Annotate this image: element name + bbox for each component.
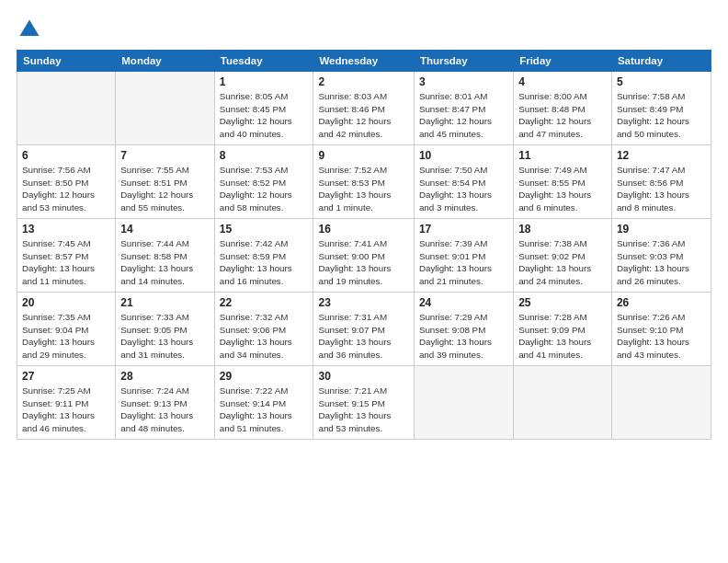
day-detail: Sunrise: 7:33 AM Sunset: 9:05 PM Dayligh… <box>120 311 209 362</box>
day-number: 2 <box>318 75 408 88</box>
day-number: 10 <box>419 149 508 162</box>
cal-cell: 10Sunrise: 7:50 AM Sunset: 8:54 PM Dayli… <box>414 145 513 219</box>
day-detail: Sunrise: 7:45 AM Sunset: 8:57 PM Dayligh… <box>22 237 110 288</box>
cal-cell <box>116 72 214 145</box>
day-number: 22 <box>220 296 309 309</box>
day-detail: Sunrise: 7:32 AM Sunset: 9:06 PM Dayligh… <box>220 311 309 362</box>
cal-cell: 14Sunrise: 7:44 AM Sunset: 8:58 PM Dayli… <box>116 219 214 293</box>
cal-cell: 12Sunrise: 7:47 AM Sunset: 8:56 PM Dayli… <box>611 145 711 219</box>
day-number: 21 <box>120 296 209 309</box>
weekday-header-saturday: Saturday <box>611 51 711 72</box>
cal-cell: 24Sunrise: 7:29 AM Sunset: 9:08 PM Dayli… <box>414 293 513 366</box>
cal-cell: 28Sunrise: 7:24 AM Sunset: 9:13 PM Dayli… <box>116 366 214 440</box>
day-detail: Sunrise: 7:28 AM Sunset: 9:09 PM Dayligh… <box>518 311 607 362</box>
cal-cell: 21Sunrise: 7:33 AM Sunset: 9:05 PM Dayli… <box>116 293 214 366</box>
weekday-header-friday: Friday <box>514 51 612 72</box>
weekday-header-row: SundayMondayTuesdayWednesdayThursdayFrid… <box>17 51 711 72</box>
week-row-1: 1Sunrise: 8:05 AM Sunset: 8:45 PM Daylig… <box>17 72 711 145</box>
calendar-table: SundayMondayTuesdayWednesdayThursdayFrid… <box>17 50 711 440</box>
cal-cell: 25Sunrise: 7:28 AM Sunset: 9:09 PM Dayli… <box>514 293 612 366</box>
day-number: 19 <box>617 223 706 236</box>
weekday-header-wednesday: Wednesday <box>313 51 414 72</box>
day-detail: Sunrise: 7:38 AM Sunset: 9:02 PM Dayligh… <box>518 237 607 288</box>
day-number: 1 <box>220 75 309 88</box>
cal-cell: 4Sunrise: 8:00 AM Sunset: 8:48 PM Daylig… <box>514 72 612 145</box>
day-detail: Sunrise: 7:22 AM Sunset: 9:14 PM Dayligh… <box>220 385 309 435</box>
day-detail: Sunrise: 8:05 AM Sunset: 8:45 PM Dayligh… <box>220 90 309 141</box>
day-detail: Sunrise: 7:21 AM Sunset: 9:15 PM Dayligh… <box>318 385 408 435</box>
cal-cell: 29Sunrise: 7:22 AM Sunset: 9:14 PM Dayli… <box>214 366 313 440</box>
day-detail: Sunrise: 7:52 AM Sunset: 8:53 PM Dayligh… <box>318 164 408 214</box>
cal-cell: 11Sunrise: 7:49 AM Sunset: 8:55 PM Dayli… <box>514 145 612 219</box>
cal-cell: 27Sunrise: 7:25 AM Sunset: 9:11 PM Dayli… <box>17 366 116 440</box>
day-number: 5 <box>617 75 706 88</box>
day-number: 6 <box>22 149 110 162</box>
cal-cell: 22Sunrise: 7:32 AM Sunset: 9:06 PM Dayli… <box>214 293 313 366</box>
day-number: 27 <box>22 370 110 383</box>
day-number: 13 <box>22 223 110 236</box>
day-detail: Sunrise: 7:53 AM Sunset: 8:52 PM Dayligh… <box>220 164 309 214</box>
cal-cell: 3Sunrise: 8:01 AM Sunset: 8:47 PM Daylig… <box>414 72 513 145</box>
day-detail: Sunrise: 7:26 AM Sunset: 9:10 PM Dayligh… <box>617 311 706 362</box>
day-number: 12 <box>617 149 706 162</box>
day-number: 8 <box>220 149 309 162</box>
day-detail: Sunrise: 7:56 AM Sunset: 8:50 PM Dayligh… <box>22 164 110 214</box>
day-detail: Sunrise: 7:24 AM Sunset: 9:13 PM Dayligh… <box>120 385 209 435</box>
day-number: 28 <box>120 370 209 383</box>
cal-cell <box>514 366 612 440</box>
cal-cell: 6Sunrise: 7:56 AM Sunset: 8:50 PM Daylig… <box>17 145 116 219</box>
day-number: 30 <box>318 370 408 383</box>
cal-cell: 13Sunrise: 7:45 AM Sunset: 8:57 PM Dayli… <box>17 219 116 293</box>
day-detail: Sunrise: 7:35 AM Sunset: 9:04 PM Dayligh… <box>22 311 110 362</box>
cal-cell: 16Sunrise: 7:41 AM Sunset: 9:00 PM Dayli… <box>313 219 414 293</box>
day-number: 4 <box>518 75 607 88</box>
week-row-3: 13Sunrise: 7:45 AM Sunset: 8:57 PM Dayli… <box>17 219 711 293</box>
week-row-4: 20Sunrise: 7:35 AM Sunset: 9:04 PM Dayli… <box>17 293 711 366</box>
day-detail: Sunrise: 7:47 AM Sunset: 8:56 PM Dayligh… <box>617 164 706 214</box>
day-number: 25 <box>518 296 607 309</box>
cal-cell: 2Sunrise: 8:03 AM Sunset: 8:46 PM Daylig… <box>313 72 414 145</box>
cal-cell: 1Sunrise: 8:05 AM Sunset: 8:45 PM Daylig… <box>214 72 313 145</box>
cal-cell: 9Sunrise: 7:52 AM Sunset: 8:53 PM Daylig… <box>313 145 414 219</box>
weekday-header-thursday: Thursday <box>414 51 513 72</box>
day-number: 29 <box>220 370 309 383</box>
weekday-header-sunday: Sunday <box>17 51 116 72</box>
week-row-2: 6Sunrise: 7:56 AM Sunset: 8:50 PM Daylig… <box>17 145 711 219</box>
day-number: 18 <box>518 223 607 236</box>
cal-cell <box>17 72 116 145</box>
day-detail: Sunrise: 7:58 AM Sunset: 8:49 PM Dayligh… <box>617 90 706 141</box>
day-number: 23 <box>318 296 408 309</box>
cal-cell: 19Sunrise: 7:36 AM Sunset: 9:03 PM Dayli… <box>611 219 711 293</box>
day-number: 11 <box>518 149 607 162</box>
weekday-header-monday: Monday <box>116 51 214 72</box>
day-detail: Sunrise: 7:41 AM Sunset: 9:00 PM Dayligh… <box>318 237 408 288</box>
svg-rect-1 <box>26 29 33 36</box>
cal-cell: 8Sunrise: 7:53 AM Sunset: 8:52 PM Daylig… <box>214 145 313 219</box>
day-number: 24 <box>419 296 508 309</box>
day-detail: Sunrise: 7:25 AM Sunset: 9:11 PM Dayligh… <box>22 385 110 435</box>
day-number: 26 <box>617 296 706 309</box>
page: SundayMondayTuesdayWednesdayThursdayFrid… <box>0 0 728 563</box>
day-detail: Sunrise: 8:01 AM Sunset: 8:47 PM Dayligh… <box>419 90 508 141</box>
cal-cell: 26Sunrise: 7:26 AM Sunset: 9:10 PM Dayli… <box>611 293 711 366</box>
week-row-5: 27Sunrise: 7:25 AM Sunset: 9:11 PM Dayli… <box>17 366 711 440</box>
cal-cell: 18Sunrise: 7:38 AM Sunset: 9:02 PM Dayli… <box>514 219 612 293</box>
day-detail: Sunrise: 7:55 AM Sunset: 8:51 PM Dayligh… <box>120 164 209 214</box>
day-detail: Sunrise: 7:50 AM Sunset: 8:54 PM Dayligh… <box>419 164 508 214</box>
day-number: 16 <box>318 223 408 236</box>
day-detail: Sunrise: 7:31 AM Sunset: 9:07 PM Dayligh… <box>318 311 408 362</box>
logo <box>17 17 46 42</box>
cal-cell: 7Sunrise: 7:55 AM Sunset: 8:51 PM Daylig… <box>116 145 214 219</box>
cal-cell: 5Sunrise: 7:58 AM Sunset: 8:49 PM Daylig… <box>611 72 711 145</box>
cal-cell <box>414 366 513 440</box>
day-number: 15 <box>220 223 309 236</box>
cal-cell: 23Sunrise: 7:31 AM Sunset: 9:07 PM Dayli… <box>313 293 414 366</box>
day-number: 20 <box>22 296 110 309</box>
cal-cell: 15Sunrise: 7:42 AM Sunset: 8:59 PM Dayli… <box>214 219 313 293</box>
day-detail: Sunrise: 7:39 AM Sunset: 9:01 PM Dayligh… <box>419 237 508 288</box>
day-number: 9 <box>318 149 408 162</box>
day-number: 7 <box>120 149 209 162</box>
day-detail: Sunrise: 8:03 AM Sunset: 8:46 PM Dayligh… <box>318 90 408 141</box>
day-number: 17 <box>419 223 508 236</box>
day-detail: Sunrise: 7:49 AM Sunset: 8:55 PM Dayligh… <box>518 164 607 214</box>
